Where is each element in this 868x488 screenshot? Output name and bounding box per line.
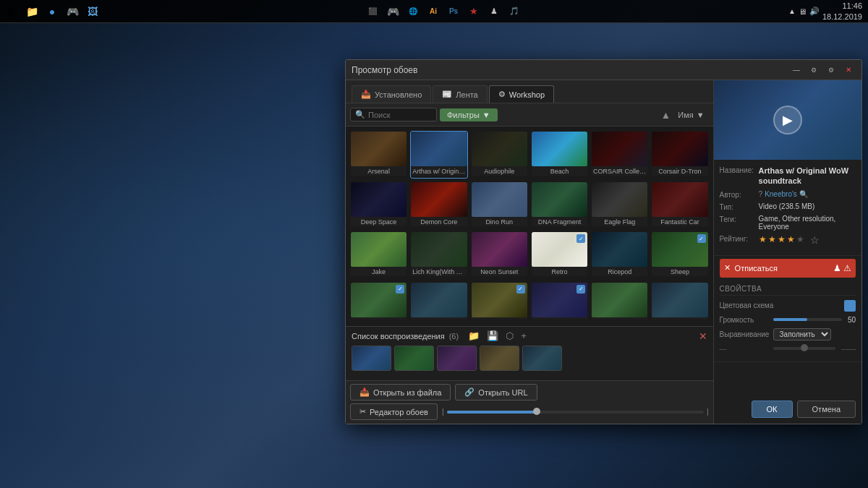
grid-item[interactable]	[651, 282, 708, 322]
grid-item[interactable]: Eagle Flag	[591, 181, 648, 229]
grid-item-label: Sheep	[652, 267, 707, 276]
progress-handle[interactable]	[533, 408, 540, 415]
grid-item[interactable]: Lich King(With The Dawn BGM)	[410, 231, 467, 279]
grid-item[interactable]: Deep Space	[350, 181, 407, 229]
grid-item[interactable]: Neon Sunset	[471, 231, 528, 279]
grid-item[interactable]: Corsair D-Tron	[651, 131, 708, 179]
tab-workshop[interactable]: ⚙ Workshop	[489, 85, 554, 103]
grid-item[interactable]: Sheep✓	[651, 231, 708, 279]
grid-item[interactable]: Demon Core	[410, 181, 467, 229]
search-input[interactable]	[368, 111, 430, 119]
grid-item-thumbnail	[472, 182, 527, 217]
gamepad-icon[interactable]: 🎮	[384, 3, 401, 20]
star-1[interactable]: ★	[759, 234, 767, 244]
tab-feed[interactable]: 📰 Лента	[433, 85, 487, 103]
play-button[interactable]: ▶	[773, 106, 802, 134]
grid-item[interactable]: Dino Run	[471, 181, 528, 229]
tags-label: Теги:	[720, 215, 756, 223]
search-box[interactable]: 🔍	[350, 108, 437, 121]
window-content: 📥 Установлено 📰 Лента ⚙ Workshop 🔍	[346, 80, 861, 424]
author-value[interactable]: ? Kneebro's 🔍	[759, 190, 856, 198]
epic-games-icon[interactable]: ⬛	[364, 3, 381, 20]
ok-button[interactable]: ОК	[752, 401, 793, 418]
grid-item[interactable]	[410, 282, 467, 322]
color-swatch[interactable]	[844, 300, 856, 312]
star-4[interactable]: ★	[787, 234, 795, 244]
close-button[interactable]: ✕	[841, 64, 856, 76]
grid-up-icon[interactable]: ▲	[660, 109, 671, 121]
tab-installed[interactable]: 📥 Установлено	[352, 85, 431, 103]
volume-slider[interactable]	[773, 318, 842, 321]
open-url-button[interactable]: 🔗 Открыть URL	[455, 384, 537, 401]
grid-item[interactable]: Fantastic Car	[651, 181, 708, 229]
grid-item[interactable]: Beach	[531, 131, 588, 179]
feed-icon: 📰	[442, 90, 452, 99]
grid-item-label	[592, 317, 647, 320]
star-3[interactable]: ★	[778, 234, 786, 244]
playlist-thumbnail[interactable]	[437, 346, 477, 371]
volume-value: 50	[848, 316, 856, 324]
name-label: Название:	[720, 166, 756, 174]
playlist-folder-icon[interactable]: 📁	[466, 330, 482, 342]
grid-item[interactable]: Audiophile	[471, 131, 528, 179]
volume-icon[interactable]: 🔊	[809, 7, 820, 16]
grid-item-thumbnail	[652, 132, 707, 166]
editor-button[interactable]: ✂ Редактор обоев	[350, 403, 438, 420]
steam-icon[interactable]: 🎮	[64, 3, 81, 20]
playlist-thumbnail[interactable]	[352, 346, 391, 371]
open-file-button[interactable]: 📥 Открыть из файла	[350, 384, 451, 401]
playlist-thumbnail[interactable]	[394, 346, 434, 371]
ps-icon[interactable]: Ps	[445, 3, 462, 20]
grid-item-label: DNA Fragment	[532, 217, 587, 226]
grid-item[interactable]	[591, 282, 648, 322]
hide-button[interactable]: —	[789, 64, 804, 76]
rate-star-icon[interactable]: ☆	[810, 234, 820, 246]
grid-item[interactable]: Jake	[350, 231, 407, 279]
progress-bar[interactable]	[447, 411, 704, 414]
grid-item-label: CORSAIR Collection	[592, 166, 647, 176]
grid-item[interactable]: DNA Fragment	[531, 181, 588, 229]
playlist-thumbnail[interactable]	[480, 346, 519, 371]
type-label: Тип:	[720, 202, 756, 211]
rstar-icon[interactable]: ★	[465, 3, 482, 20]
playlist-add-icon[interactable]: +	[519, 330, 529, 342]
search-toolbar: 🔍 Фильтры ▼ ▲ Имя ▼	[346, 103, 713, 127]
filter-button[interactable]: Фильтры ▼	[440, 108, 498, 121]
grid-item[interactable]: CORSAIR Collection	[591, 131, 648, 179]
grid-item-label: Deep Space	[351, 217, 407, 226]
cancel-button[interactable]: Отмена	[797, 401, 856, 418]
grid-item[interactable]: Arthas w/ Original WoW soundtrack	[410, 131, 467, 179]
grid-item[interactable]: ✓	[531, 282, 588, 322]
detail-tags-row: Теги: Game, Other resolution, Everyone	[720, 215, 856, 231]
ai-icon[interactable]: Ai	[425, 3, 442, 20]
detail-author-row: Автор: ? Kneebro's 🔍	[720, 190, 856, 199]
grid-item[interactable]: Ricepod	[591, 231, 648, 279]
grid-item-checkmark: ✓	[697, 234, 706, 243]
grid-item[interactable]: Arsenal	[350, 131, 407, 179]
playlist-share-icon[interactable]: ⬡	[503, 330, 516, 342]
tray-arrows[interactable]: ▲	[788, 7, 796, 15]
grid-item[interactable]: ✓	[350, 282, 407, 322]
start-button[interactable]: ⊞	[3, 3, 20, 20]
settings-button[interactable]: ⚙	[824, 64, 838, 76]
sort-button[interactable]: Имя ▼	[673, 108, 708, 121]
playlist-save-icon[interactable]: 💾	[485, 330, 501, 342]
subscribe-button[interactable]: ✕ Отписаться ♟ ⚠	[720, 259, 856, 278]
file-explorer-icon[interactable]: 📁	[23, 3, 41, 20]
wallpaper-icon[interactable]: 🖼	[84, 3, 101, 20]
playlist-thumbnail[interactable]	[522, 346, 562, 371]
type-value: Video (238.5 MB)	[759, 202, 856, 210]
star-2[interactable]: ★	[768, 234, 776, 244]
chrome2-icon[interactable]: 🌐	[404, 3, 422, 20]
playlist-close-icon[interactable]: ✕	[699, 330, 707, 342]
author-search-icon[interactable]: 🔍	[799, 190, 808, 198]
steam2-icon[interactable]: ♟	[485, 3, 503, 20]
toolbar-toggle[interactable]: ⚙	[807, 64, 821, 76]
grid-item-label	[532, 317, 587, 320]
discord-icon[interactable]: 🎵	[506, 3, 523, 20]
grid-item[interactable]: Retro✓	[531, 231, 588, 279]
align-select[interactable]: Заполнить	[773, 328, 831, 341]
grid-item[interactable]: ✓	[471, 282, 528, 322]
chrome-icon[interactable]: ●	[43, 3, 61, 20]
star-5[interactable]: ★	[796, 234, 804, 244]
